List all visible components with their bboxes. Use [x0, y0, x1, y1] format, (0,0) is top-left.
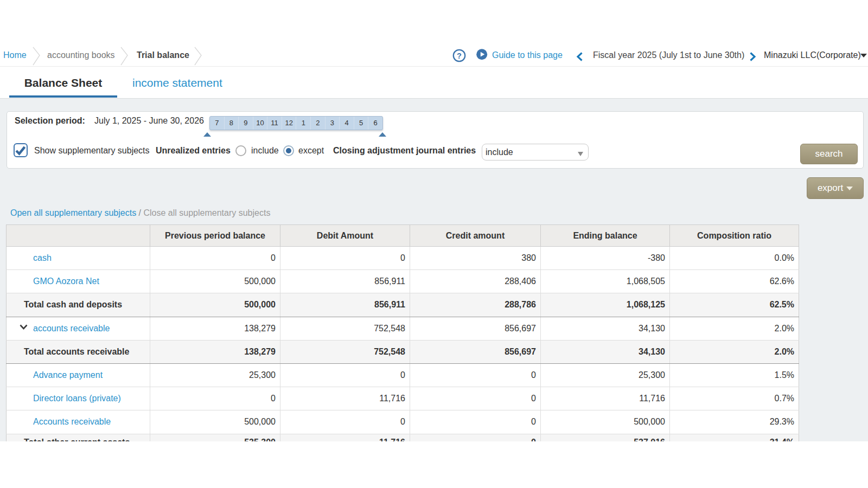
svg-text:?: ? — [457, 52, 462, 60]
